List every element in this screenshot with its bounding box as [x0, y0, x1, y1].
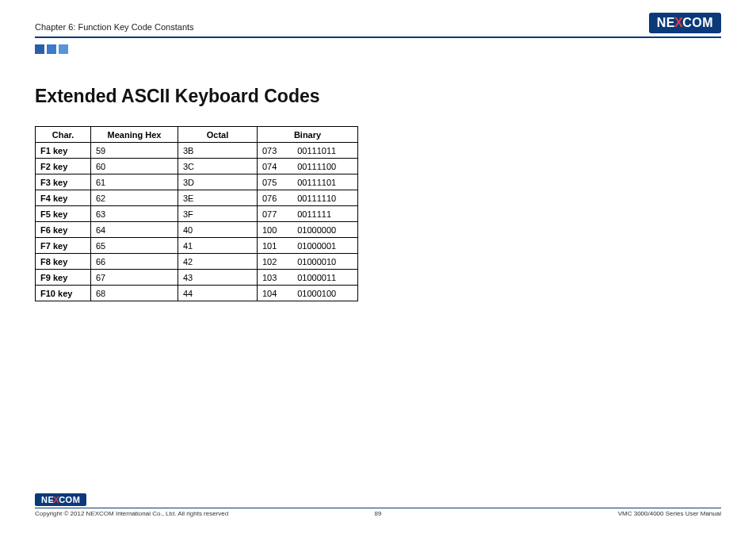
page-title: Extended ASCII Keyboard Codes — [35, 86, 721, 107]
cell-octal2: 075 — [258, 174, 290, 190]
cell-octal2: 100 — [258, 222, 290, 238]
cell-hex: 60 — [91, 159, 178, 174]
chapter-label: Chapter 6: Function Key Code Constants — [35, 22, 194, 33]
cell-binary: 01000011 — [289, 270, 357, 286]
cell-hex: 64 — [91, 222, 178, 238]
page-footer: NEXCOM Copyright © 2012 NEXCOM Internati… — [35, 492, 721, 517]
cell-char: F10 key — [36, 286, 91, 301]
table-row: F3 key613D07500111101 — [36, 174, 358, 190]
cell-octal: 40 — [178, 222, 258, 238]
cell-octal2: 074 — [258, 159, 290, 174]
cell-char: F1 key — [36, 143, 91, 159]
cell-binary: 00111101 — [289, 174, 357, 190]
codes-table: Char. Meaning Hex Octal Binary F1 key593… — [35, 126, 358, 301]
cell-binary: 00111011 — [289, 143, 357, 159]
cell-octal: 3D — [178, 174, 258, 190]
cell-binary: 00111100 — [289, 159, 357, 174]
cell-binary: 01000100 — [289, 286, 357, 301]
cell-binary: 01000000 — [289, 222, 357, 238]
col-hex: Meaning Hex — [91, 127, 178, 143]
cell-octal: 42 — [178, 254, 258, 270]
cell-hex: 67 — [91, 270, 178, 286]
logo-text-post: COM — [59, 495, 80, 504]
logo-text-post: COM — [682, 16, 713, 30]
logo-text-pre: NE — [41, 495, 54, 504]
table-row: F9 key674310301000011 — [36, 270, 358, 286]
cell-char: F5 key — [36, 206, 91, 222]
table-row: F7 key654110101000001 — [36, 238, 358, 254]
brand-logo: NEXCOM — [649, 13, 721, 33]
cell-binary: 00111110 — [289, 190, 357, 206]
table-row: F5 key633F0770011111 — [36, 206, 358, 222]
cell-char: F4 key — [36, 190, 91, 206]
cell-octal: 41 — [178, 238, 258, 254]
cell-octal: 3F — [178, 206, 258, 222]
table-header-row: Char. Meaning Hex Octal Binary — [36, 127, 358, 143]
footer-rule — [35, 508, 721, 508]
cell-octal2: 102 — [258, 254, 290, 270]
cell-octal: 3C — [178, 159, 258, 174]
square-icon — [59, 44, 68, 54]
cell-hex: 59 — [91, 143, 178, 159]
cell-octal2: 104 — [258, 286, 290, 301]
cell-octal2: 076 — [258, 190, 290, 206]
logo-text-pre: NE — [657, 16, 675, 30]
cell-char: F3 key — [36, 174, 91, 190]
cell-char: F8 key — [36, 254, 91, 270]
cell-hex: 62 — [91, 190, 178, 206]
cell-octal: 3E — [178, 190, 258, 206]
cell-binary: 0011111 — [289, 206, 357, 222]
decorative-squares — [35, 44, 721, 54]
cell-hex: 68 — [91, 286, 178, 301]
cell-octal2: 073 — [258, 143, 290, 159]
col-char: Char. — [36, 127, 91, 143]
square-icon — [47, 44, 56, 54]
cell-char: F7 key — [36, 238, 91, 254]
cell-hex: 63 — [91, 206, 178, 222]
header-rule — [35, 36, 721, 38]
cell-char: F9 key — [36, 270, 91, 286]
table-row: F1 key593B07300111011 — [36, 143, 358, 159]
table-row: F8 key664210201000010 — [36, 254, 358, 270]
cell-binary: 01000010 — [289, 254, 357, 270]
col-binary: Binary — [258, 127, 358, 143]
col-octal: Octal — [178, 127, 258, 143]
cell-hex: 61 — [91, 174, 178, 190]
cell-hex: 66 — [91, 254, 178, 270]
cell-hex: 65 — [91, 238, 178, 254]
cell-octal2: 103 — [258, 270, 290, 286]
cell-octal: 43 — [178, 270, 258, 286]
cell-binary: 01000001 — [289, 238, 357, 254]
table-row: F4 key623E07600111110 — [36, 190, 358, 206]
cell-char: F6 key — [36, 222, 91, 238]
table-row: F10 key684410401000100 — [36, 286, 358, 301]
square-icon — [35, 44, 44, 54]
footer-logo: NEXCOM — [35, 493, 86, 506]
table-row: F6 key644010001000000 — [36, 222, 358, 238]
cell-octal2: 077 — [258, 206, 290, 222]
cell-octal2: 101 — [258, 238, 290, 254]
cell-char: F2 key — [36, 159, 91, 174]
cell-octal: 44 — [178, 286, 258, 301]
table-row: F2 key603C07400111100 — [36, 159, 358, 174]
footer-page-number: 89 — [35, 510, 721, 517]
cell-octal: 3B — [178, 143, 258, 159]
